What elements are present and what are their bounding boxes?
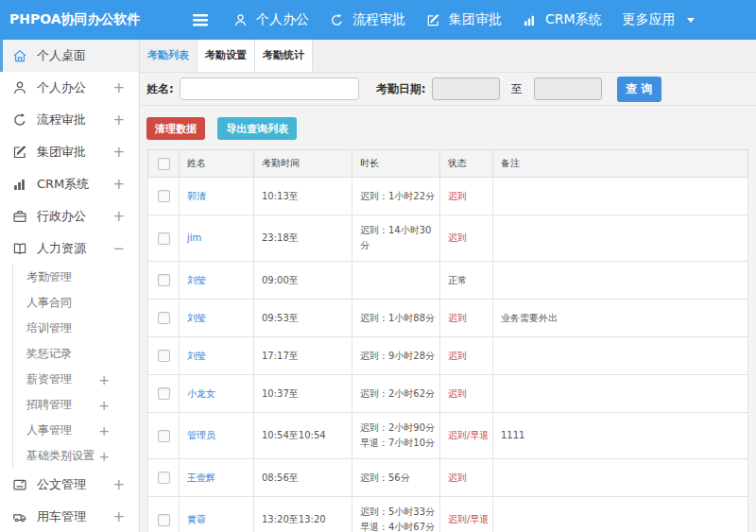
sidebar-subitem-personnel[interactable]: 人事管理 + (13, 418, 139, 443)
row-checkbox[interactable] (158, 232, 170, 245)
sidebar-subitem-label: 培训管理 (26, 320, 72, 336)
sidebar-item-label: 人力资源 (37, 240, 86, 257)
collapse-icon[interactable]: − (112, 240, 125, 257)
row-checkbox[interactable] (158, 472, 170, 484)
expand-icon[interactable]: + (112, 112, 125, 129)
status-text: 迟到 (448, 351, 467, 361)
expand-icon[interactable]: + (112, 508, 125, 525)
attendance-time: 10:37至 (254, 375, 352, 413)
edit-icon (12, 145, 27, 160)
filter-bar: 姓名: 考勤日期: 至 查 询 (140, 73, 756, 106)
name-filter-input[interactable] (180, 77, 359, 100)
select-all-checkbox[interactable] (158, 158, 170, 170)
expand-icon[interactable]: + (98, 372, 110, 387)
sidebar-subitem-label: 招聘管理 (26, 397, 72, 413)
date-filter-label: 考勤日期: (376, 81, 426, 97)
nav-label: 更多应用 (623, 11, 676, 28)
duration-text: 早退：7小时10分 (360, 436, 438, 451)
row-checkbox[interactable] (158, 387, 170, 400)
employee-name-link[interactable]: 刘莹 (187, 313, 206, 323)
export-list-button[interactable]: 导出查询列表 (217, 117, 297, 140)
nav-personal-office[interactable]: 个人办公 (233, 11, 309, 28)
sidebar-item-group-approval[interactable]: 集团审批 + (0, 136, 139, 168)
duration-text: 迟到：56分 (360, 471, 438, 486)
attendance-time: 10:54至10:54 (254, 413, 352, 459)
row-checkbox[interactable] (158, 312, 170, 324)
expand-icon[interactable]: + (112, 476, 125, 493)
col-header-note: 备注 (493, 150, 748, 178)
row-checkbox[interactable] (158, 430, 170, 442)
clean-data-button[interactable]: 清理数据 (146, 117, 205, 140)
app-header: PHPOA协同办公软件 个人办公 流程审批 集团审批 CRM系统 (0, 0, 756, 40)
employee-name-link[interactable]: 刘莹 (187, 275, 206, 285)
employee-name-link[interactable]: jim (187, 232, 201, 243)
col-header-duration: 时长 (352, 150, 440, 178)
row-checkbox[interactable] (158, 190, 170, 202)
row-checkbox[interactable] (158, 350, 170, 362)
row-checkbox[interactable] (158, 514, 170, 526)
date-to-input[interactable] (534, 77, 602, 100)
expand-icon[interactable]: + (112, 208, 125, 225)
employee-name-link[interactable]: 刘莹 (187, 351, 206, 361)
duration-text: 迟到：9小时28分 (360, 349, 438, 364)
table-row: 刘莹 09:53至 迟到：1小时88分 迟到 业务需要外出 (148, 300, 748, 337)
tab-attendance-stats[interactable]: 考勤统计 (255, 40, 313, 72)
sidebar-subitem-attendance[interactable]: 考勤管理 (13, 265, 139, 290)
sidebar-item-vehicle[interactable]: 用车管理 + (0, 501, 139, 532)
expand-icon[interactable]: + (98, 423, 110, 438)
sidebar-subitem-salary[interactable]: 薪资管理 + (13, 367, 139, 392)
sidebar-subitem-recruit[interactable]: 招聘管理 + (13, 392, 139, 418)
date-to-label: 至 (511, 81, 523, 97)
sidebar-subitem-rewards[interactable]: 奖惩记录 (13, 341, 139, 367)
tab-attendance-list[interactable]: 考勤列表 (140, 40, 198, 72)
tab-attendance-settings[interactable]: 考勤设置 (198, 40, 255, 72)
expand-icon[interactable]: + (112, 144, 125, 161)
col-header-time: 考勤时间 (254, 150, 352, 178)
expand-icon[interactable]: + (112, 176, 125, 193)
employee-name-link[interactable]: 管理员 (187, 430, 215, 440)
nav-more-apps[interactable]: 更多应用 (623, 11, 695, 28)
note-text: 1111 (493, 413, 748, 459)
duration-text: 迟到：5小时33分 (360, 505, 438, 520)
attendance-time: 13:20至13:20 (254, 497, 352, 532)
sidebar-item-personal-office[interactable]: 个人办公 + (0, 72, 139, 104)
attendance-table: 姓名 考勤时间 时长 状态 备注 郭清 10:13至 迟到：1小时22分 迟到 (147, 149, 748, 532)
employee-name-link[interactable]: 王壹辉 (187, 472, 215, 483)
nav-process-approval[interactable]: 流程审批 (330, 11, 405, 28)
search-button[interactable]: 查 询 (617, 77, 662, 102)
row-checkbox[interactable] (158, 274, 170, 286)
employee-name-link[interactable]: 黄蓉 (187, 514, 206, 524)
sidebar-item-admin-office[interactable]: 行政办公 + (0, 200, 139, 232)
expand-icon[interactable]: + (112, 79, 125, 96)
sidebar-subitem-label: 人事管理 (26, 422, 72, 438)
expand-icon[interactable]: + (98, 398, 110, 413)
expand-icon[interactable]: + (98, 449, 110, 464)
table-header-row: 姓名 考勤时间 时长 状态 备注 (148, 150, 748, 178)
table-row: jim 23:18至 迟到：14小时30分 迟到 (148, 215, 748, 262)
user-icon (233, 13, 248, 27)
sidebar-item-documents[interactable]: 公文管理 + (0, 469, 139, 501)
status-text: 迟到/早退 (448, 514, 489, 524)
sidebar-item-hr[interactable]: 人力资源 − (0, 232, 139, 265)
sidebar-item-label: 公文管理 (37, 476, 86, 493)
sidebar-item-personal-desktop[interactable]: 个人桌面 (0, 40, 139, 72)
duration-text: 早退：4小时67分 (360, 520, 438, 532)
sidebar-item-process-approval[interactable]: 流程审批 + (0, 104, 139, 136)
nav-group-approval[interactable]: 集团审批 (426, 11, 502, 28)
sidebar-subitem-label: 考勤管理 (26, 269, 72, 285)
employee-name-link[interactable]: 郭清 (187, 191, 206, 201)
document-icon (12, 477, 27, 492)
sidebar-subitem-training[interactable]: 培训管理 (13, 316, 139, 341)
date-from-input[interactable] (432, 77, 500, 100)
duration-text: 迟到：1小时88分 (360, 311, 438, 326)
menu-toggle-icon[interactable] (192, 13, 211, 27)
sidebar-subitem-base-category[interactable]: 基础类别设置 + (13, 443, 139, 469)
duration-text: 迟到：14小时30分 (360, 223, 438, 253)
sidebar-item-label: 用车管理 (37, 508, 86, 525)
attendance-time: 17:17至 (254, 337, 352, 375)
nav-crm[interactable]: CRM系统 (523, 11, 602, 28)
sidebar-item-crm[interactable]: CRM系统 + (0, 168, 139, 200)
sidebar-subitem-contract[interactable]: 人事合同 (13, 290, 139, 316)
employee-name-link[interactable]: 小龙女 (187, 388, 215, 399)
table-row: 王壹辉 08:56至 迟到：56分 迟到 (148, 459, 748, 497)
